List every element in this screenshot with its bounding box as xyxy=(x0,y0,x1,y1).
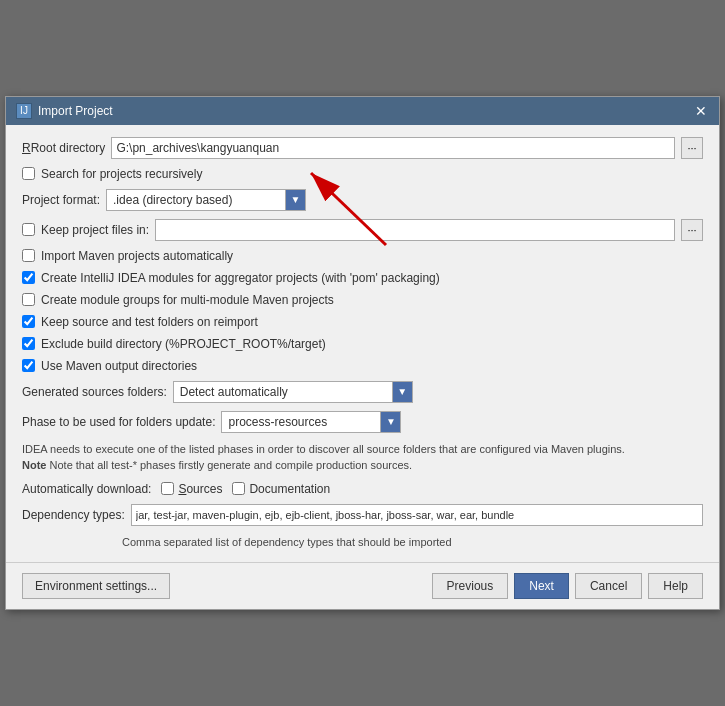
phase-dropdown[interactable]: process-resources ▼ xyxy=(221,411,401,433)
keep-source-row: Keep source and test folders on reimport xyxy=(22,315,703,329)
keep-project-files-browse-button[interactable]: ··· xyxy=(681,219,703,241)
auto-download-label: Automatically download: xyxy=(22,482,151,496)
use-maven-output-checkbox[interactable] xyxy=(22,359,35,372)
phase-row: Phase to be used for folders update: pro… xyxy=(22,411,703,433)
documentation-checkbox[interactable] xyxy=(232,482,245,495)
dialog-body: RRoot directory ··· Search for projects … xyxy=(6,125,719,563)
use-maven-output-row: Use Maven output directories xyxy=(22,359,703,373)
cancel-button[interactable]: Cancel xyxy=(575,573,642,599)
root-directory-browse-button[interactable]: ··· xyxy=(681,137,703,159)
app-icon: IJ xyxy=(16,103,32,119)
keep-project-files-input[interactable] xyxy=(155,219,675,241)
note-bold: Note xyxy=(22,459,46,471)
import-maven-checkbox[interactable] xyxy=(22,249,35,262)
keep-project-files-label: Keep project files in: xyxy=(41,223,149,237)
previous-button[interactable]: Previous xyxy=(432,573,509,599)
keep-source-checkbox[interactable] xyxy=(22,315,35,328)
title-bar-left: IJ Import Project xyxy=(16,103,113,119)
dependency-types-input[interactable] xyxy=(131,504,703,526)
generated-sources-dropdown-arrow[interactable]: ▼ xyxy=(392,382,412,402)
close-button[interactable]: ✕ xyxy=(693,103,709,119)
documentation-label: Documentation xyxy=(249,482,330,496)
auto-download-row: Automatically download: Sources Document… xyxy=(22,482,703,496)
phase-dropdown-arrow[interactable]: ▼ xyxy=(380,412,400,432)
dependency-types-hint: Comma separated list of dependency types… xyxy=(122,536,452,548)
keep-project-files-checkbox[interactable] xyxy=(22,223,35,236)
title-bar: IJ Import Project ✕ xyxy=(6,97,719,125)
root-directory-input[interactable] xyxy=(111,137,675,159)
help-button[interactable]: Help xyxy=(648,573,703,599)
import-maven-row: Import Maven projects automatically xyxy=(22,249,703,263)
root-directory-label: RRoot directory xyxy=(22,141,105,155)
documentation-item: Documentation xyxy=(232,482,330,496)
phase-value: process-resources xyxy=(222,415,380,429)
exclude-build-checkbox[interactable] xyxy=(22,337,35,350)
dependency-types-hint-row: Comma separated list of dependency types… xyxy=(22,534,703,551)
create-module-groups-label: Create module groups for multi-module Ma… xyxy=(41,293,334,307)
import-project-dialog: IJ Import Project ✕ RRoot directory ··· … xyxy=(5,96,720,611)
create-intellij-checkbox[interactable] xyxy=(22,271,35,284)
dependency-types-row: Dependency types: xyxy=(22,504,703,526)
create-intellij-label: Create IntelliJ IDEA modules for aggrega… xyxy=(41,271,440,285)
project-format-dropdown[interactable]: .idea (directory based) ▼ xyxy=(106,189,306,211)
dependency-types-label: Dependency types: xyxy=(22,508,125,522)
project-format-dropdown-arrow[interactable]: ▼ xyxy=(285,190,305,210)
search-recursively-row: Search for projects recursively xyxy=(22,167,703,181)
generated-sources-row: Generated sources folders: Detect automa… xyxy=(22,381,703,403)
project-format-row: Project format: .idea (directory based) … xyxy=(22,189,703,211)
root-directory-row: RRoot directory ··· xyxy=(22,137,703,159)
keep-source-label: Keep source and test folders on reimport xyxy=(41,315,258,329)
note-text: IDEA needs to execute one of the listed … xyxy=(22,441,703,474)
exclude-build-label: Exclude build directory (%PROJECT_ROOT%/… xyxy=(41,337,326,351)
root-dir-label-text: Root directory xyxy=(31,141,106,155)
sources-item: Sources xyxy=(161,482,222,496)
generated-sources-value: Detect automatically xyxy=(174,385,392,399)
use-maven-output-label: Use Maven output directories xyxy=(41,359,197,373)
generated-sources-dropdown[interactable]: Detect automatically ▼ xyxy=(173,381,413,403)
sources-label: Sources xyxy=(178,482,222,496)
environment-settings-button[interactable]: Environment settings... xyxy=(22,573,170,599)
project-format-label: Project format: xyxy=(22,193,100,207)
search-recursively-label: Search for projects recursively xyxy=(41,167,202,181)
dialog-title: Import Project xyxy=(38,104,113,118)
keep-project-files-row: Keep project files in: ··· xyxy=(22,219,703,241)
create-module-groups-row: Create module groups for multi-module Ma… xyxy=(22,293,703,307)
sources-checkbox[interactable] xyxy=(161,482,174,495)
search-recursively-checkbox[interactable] xyxy=(22,167,35,180)
exclude-build-row: Exclude build directory (%PROJECT_ROOT%/… xyxy=(22,337,703,351)
project-format-value: .idea (directory based) xyxy=(107,193,285,207)
create-intellij-row: Create IntelliJ IDEA modules for aggrega… xyxy=(22,271,703,285)
create-module-groups-checkbox[interactable] xyxy=(22,293,35,306)
content-area: RRoot directory ··· Search for projects … xyxy=(6,125,719,563)
phase-label: Phase to be used for folders update: xyxy=(22,415,215,429)
dialog-footer: Environment settings... Previous Next Ca… xyxy=(6,562,719,609)
import-maven-label: Import Maven projects automatically xyxy=(41,249,233,263)
next-button[interactable]: Next xyxy=(514,573,569,599)
generated-sources-label: Generated sources folders: xyxy=(22,385,167,399)
